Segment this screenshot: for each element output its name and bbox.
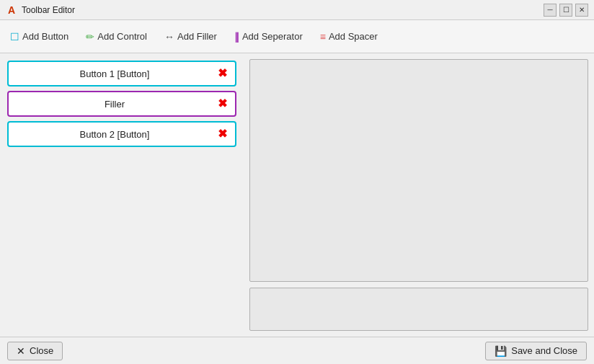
item-label: Filler — [14, 99, 215, 110]
remove-button-1[interactable]: ✖ — [215, 66, 229, 81]
remove-filler-button[interactable]: ✖ — [215, 97, 229, 111]
add-button-label: Add Button — [22, 31, 68, 42]
add-control-icon: ✏ — [86, 32, 94, 42]
add-button-icon: ☐ — [10, 32, 19, 42]
preview-panel — [244, 53, 594, 337]
secondary-preview-area — [249, 288, 588, 331]
restore-button[interactable]: ☐ — [559, 4, 572, 17]
items-list: Button 1 [Button] ✖ Filler ✖ Button 2 [B… — [0, 53, 244, 337]
item-label: Button 2 [Button] — [14, 129, 215, 140]
main-content: Button 1 [Button] ✖ Filler ✖ Button 2 [B… — [0, 53, 594, 337]
add-separator-icon: ∥ — [234, 32, 239, 42]
toolbar: ☐ Add Button ✏ Add Control ↔ Add Filler … — [0, 20, 594, 53]
list-item: Filler ✖ — [7, 91, 236, 117]
add-filler-tool[interactable]: ↔ Add Filler — [161, 30, 220, 43]
list-item: Button 2 [Button] ✖ — [7, 121, 236, 147]
add-control-label: Add Control — [97, 31, 147, 42]
remove-button-2[interactable]: ✖ — [215, 127, 229, 141]
title-bar: A Toolbar Editor ─ ☐ ✕ — [0, 0, 594, 20]
app-icon: A — [6, 4, 17, 16]
close-button[interactable]: ✕ Close — [7, 342, 63, 360]
item-label: Button 1 [Button] — [14, 68, 215, 79]
footer: ✕ Close 💾 Save and Close — [0, 337, 594, 364]
save-icon: 💾 — [495, 345, 507, 357]
minimize-button[interactable]: ─ — [544, 4, 557, 17]
add-spacer-tool[interactable]: ≡ Add Spacer — [317, 30, 381, 43]
add-separator-label: Add Seperator — [242, 31, 303, 42]
add-filler-label: Add Filler — [177, 31, 217, 42]
save-and-close-button[interactable]: 💾 Save and Close — [485, 342, 587, 360]
add-filler-icon: ↔ — [164, 32, 174, 42]
add-control-tool[interactable]: ✏ Add Control — [83, 30, 150, 43]
add-spacer-label: Add Spacer — [329, 31, 378, 42]
list-item: Button 1 [Button] ✖ — [7, 61, 236, 86]
add-spacer-icon: ≡ — [320, 32, 326, 42]
add-button-tool[interactable]: ☐ Add Button — [7, 30, 71, 43]
main-preview-area — [249, 59, 588, 282]
window-title: Toolbar Editor — [22, 5, 544, 15]
close-label: Close — [30, 345, 53, 356]
close-window-button[interactable]: ✕ — [575, 4, 588, 17]
save-and-close-label: Save and Close — [511, 345, 577, 356]
window-controls: ─ ☐ ✕ — [544, 4, 588, 17]
close-icon: ✕ — [17, 345, 25, 357]
add-separator-tool[interactable]: ∥ Add Seperator — [231, 30, 306, 43]
